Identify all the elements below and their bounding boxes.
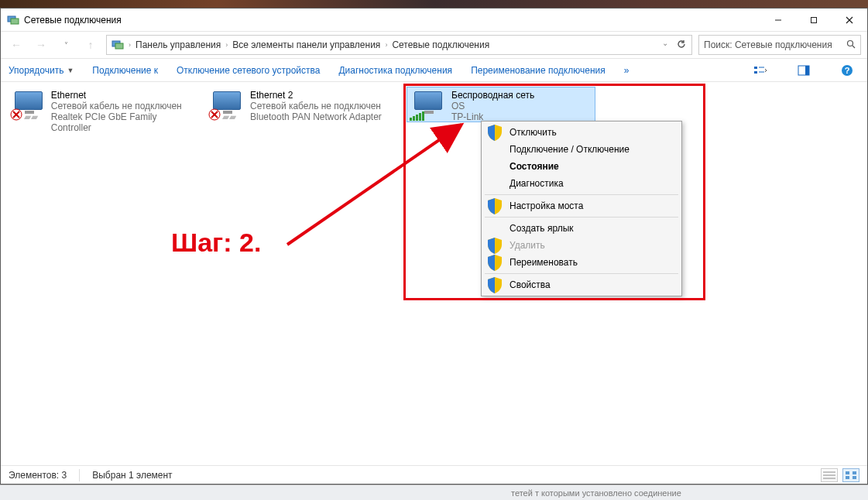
menu-label: Диагностика: [509, 178, 564, 189]
network-adapter-icon: ▰▰: [10, 90, 46, 121]
menu-separator: [485, 217, 678, 217]
menu-label: Настройка моста: [509, 200, 583, 211]
titlebar-left: Сетевые подключения: [1, 14, 122, 26]
connection-status: Сетевой кабель не подключен: [51, 101, 196, 111]
annotation-step-label: Шаг: 2.: [171, 228, 261, 258]
command-bar: Упорядочить▼ Подключение к Отключение се…: [1, 59, 867, 82]
menu-label: Отключить: [509, 127, 557, 138]
blank-icon: [488, 222, 502, 235]
connection-text: Беспроводная сеть OS TP-Link: [451, 90, 534, 122]
maximize-button[interactable]: [796, 9, 832, 31]
window-controls: [760, 9, 867, 31]
connection-name: Ethernet: [51, 90, 196, 101]
window-app-icon: [7, 14, 19, 26]
menu-label: Состояние: [509, 161, 559, 172]
menu-item-disconnect[interactable]: Отключить: [483, 124, 680, 141]
chevron-right-icon: ›: [385, 41, 387, 49]
svg-text:?: ?: [845, 66, 850, 75]
menu-label: Удалить: [509, 240, 545, 251]
menu-label: Подключение / Отключение: [509, 144, 630, 155]
blank-icon: [488, 143, 502, 156]
svg-rect-29: [853, 471, 856, 474]
icons-view-button[interactable]: [842, 468, 859, 482]
address-bar-row: ← → ˅ ↑ › Панель управления › Все элемен…: [1, 32, 867, 59]
refresh-button[interactable]: [676, 39, 687, 52]
menu-label: Переименовать: [509, 257, 578, 268]
content-area[interactable]: ▰▰ Ethernet Сетевой кабель не подключен …: [1, 82, 867, 484]
breadcrumb-seg-2[interactable]: Все элементы панели управления: [232, 39, 380, 50]
connection-name: Ethernet 2: [250, 90, 382, 101]
search-icon: [846, 39, 856, 51]
nav-recent-dropdown[interactable]: ˅: [57, 36, 75, 54]
svg-rect-1: [11, 19, 19, 24]
status-selected: Выбран 1 элемент: [92, 470, 172, 481]
menu-separator: [485, 273, 678, 274]
background-stripe: [0, 0, 868, 8]
wifi-signal-icon: [410, 111, 424, 121]
svg-rect-3: [811, 17, 817, 22]
background-partial-text: тетей т которыми установлено соединение: [0, 485, 868, 500]
disconnected-x-icon: [10, 108, 22, 121]
menu-item-connect-disconnect[interactable]: Подключение / Отключение: [483, 141, 680, 158]
shield-icon: [488, 200, 502, 212]
shield-icon: [488, 126, 502, 139]
status-item-count: Элементов: 3: [9, 470, 67, 481]
titlebar: Сетевые подключения: [1, 9, 867, 32]
details-view-button[interactable]: [821, 468, 838, 482]
disable-device-button[interactable]: Отключение сетевого устройства: [177, 65, 320, 76]
diagnose-button[interactable]: Диагностика подключения: [338, 65, 452, 76]
menu-item-rename[interactable]: Переименовать: [483, 254, 680, 271]
breadcrumb-seg-1[interactable]: Панель управления: [136, 39, 221, 50]
menu-item-status[interactable]: Состояние: [483, 158, 680, 175]
svg-line-9: [853, 46, 855, 48]
svg-rect-31: [853, 476, 856, 479]
chevron-right-icon: ›: [129, 41, 131, 49]
shield-icon: [488, 256, 502, 269]
connection-status: OS: [451, 101, 534, 111]
connection-status: Сетевой кабель не подключен: [250, 101, 382, 111]
connection-adapter: Realtek PCIe GbE Family Controller: [51, 111, 196, 133]
status-separator: [79, 469, 80, 481]
menu-label: Создать ярлык: [509, 223, 574, 234]
blank-icon: [488, 177, 502, 190]
organize-menu[interactable]: Упорядочить▼: [9, 65, 74, 76]
nav-back-button[interactable]: ←: [7, 36, 26, 54]
breadcrumb-seg-3[interactable]: Сетевые подключения: [392, 39, 489, 50]
connection-ethernet2[interactable]: ▰▰ Ethernet 2 Сетевой кабель не подключе…: [208, 90, 394, 122]
search-input[interactable]: Поиск: Сетевые подключения: [698, 35, 861, 55]
network-adapter-icon: ▰▰: [208, 90, 245, 121]
shield-icon: [488, 279, 502, 291]
menu-item-delete[interactable]: Удалить: [483, 237, 680, 254]
menu-item-bridge[interactable]: Настройка моста: [483, 197, 680, 214]
nav-up-button[interactable]: ↑: [81, 36, 100, 54]
minimize-button[interactable]: [760, 9, 796, 31]
svg-rect-15: [805, 66, 809, 75]
network-adapter-icon: [410, 90, 447, 121]
context-menu: Отключить Подключение / Отключение Состо…: [481, 121, 682, 296]
disconnected-x-icon: [208, 108, 221, 121]
status-bar: Элементов: 3 Выбран 1 элемент: [1, 465, 867, 484]
preview-pane-button[interactable]: [791, 61, 816, 80]
menu-item-properties[interactable]: Свойства: [483, 276, 680, 293]
svg-point-8: [848, 40, 853, 46]
connection-ethernet[interactable]: ▰▰ Ethernet Сетевой кабель не подключен …: [10, 90, 196, 133]
connect-to-button[interactable]: Подключение к: [92, 65, 158, 76]
toolbar-overflow[interactable]: »: [624, 65, 630, 76]
connection-wireless[interactable]: Беспроводная сеть OS TP-Link: [410, 90, 595, 122]
connection-adapter: Bluetooth PAN Network Adapter: [250, 111, 382, 122]
rename-connection-button[interactable]: Переименование подключения: [471, 65, 606, 76]
connection-name: Беспроводная сеть: [451, 90, 534, 101]
connection-text: Ethernet 2 Сетевой кабель не подключен B…: [250, 90, 382, 122]
connection-text: Ethernet Сетевой кабель не подключен Rea…: [51, 90, 196, 133]
help-button[interactable]: ?: [835, 61, 859, 80]
breadcrumb-app-icon: [112, 39, 124, 51]
breadcrumb-bar[interactable]: › Панель управления › Все элементы панел…: [106, 35, 692, 55]
search-placeholder: Поиск: Сетевые подключения: [704, 39, 832, 50]
close-button[interactable]: [832, 9, 867, 31]
view-options-button[interactable]: [748, 61, 773, 80]
menu-item-diagnose[interactable]: Диагностика: [483, 175, 680, 192]
addressbar-dropdown-button[interactable]: ⌄: [662, 39, 668, 52]
nav-forward-button[interactable]: →: [32, 36, 50, 54]
menu-item-shortcut[interactable]: Создать ярлык: [483, 220, 680, 237]
svg-rect-11: [754, 71, 757, 74]
